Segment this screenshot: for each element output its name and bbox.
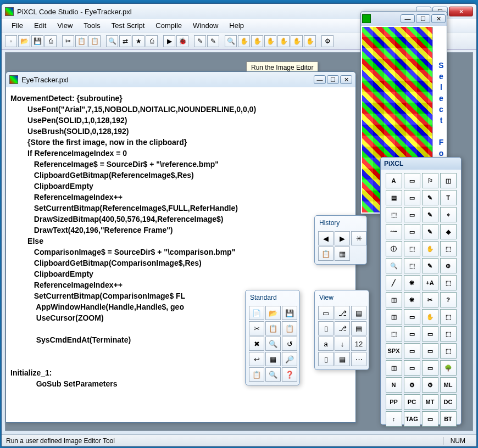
palette-btn-42[interactable]: ▭: [422, 343, 438, 359]
palette-btn-5[interactable]: ▭: [404, 190, 420, 205]
tb-hand3-icon[interactable]: ✋: [264, 35, 276, 47]
history-star-button[interactable]: ✳: [351, 231, 366, 245]
view-btn-4[interactable]: ⎇: [335, 321, 350, 335]
palette-btn-26[interactable]: +A: [422, 275, 438, 290]
view-btn-11[interactable]: ⋯: [351, 352, 366, 366]
palette-btn-49[interactable]: ⚙: [404, 377, 420, 393]
palette-btn-36[interactable]: ⬚: [386, 326, 402, 341]
tb-hand4-icon[interactable]: ✋: [277, 35, 290, 47]
standard-btn-4[interactable]: 📋: [265, 321, 281, 335]
palette-btn-15[interactable]: ◆: [440, 224, 457, 239]
code-maximize-button[interactable]: [327, 75, 339, 84]
history-back-button[interactable]: ◀: [318, 231, 334, 245]
palette-btn-40[interactable]: SPX: [386, 343, 402, 359]
pixcl-close-button[interactable]: ✕: [431, 14, 446, 23]
palette-btn-43[interactable]: ⬚: [440, 343, 457, 359]
standard-btn-0[interactable]: 📄: [249, 306, 264, 320]
palette-btn-59[interactable]: BT: [440, 411, 457, 427]
standard-btn-9[interactable]: ↩: [249, 352, 264, 366]
code-minimize-button[interactable]: [314, 75, 326, 84]
palette-btn-46[interactable]: ▭: [422, 360, 438, 376]
palette-btn-8[interactable]: ⬚: [386, 207, 402, 222]
view-btn-9[interactable]: ▯: [318, 352, 334, 366]
tb-run-icon[interactable]: ▶: [163, 35, 175, 47]
palette-btn-32[interactable]: ◫: [386, 309, 402, 324]
palette-btn-50[interactable]: ⚙: [422, 377, 438, 393]
tb-bookmark-icon[interactable]: ★: [132, 35, 144, 47]
palette-btn-4[interactable]: ▤: [386, 190, 402, 205]
tb-zoom-icon[interactable]: 🔍: [225, 35, 237, 47]
tb-imgedit2-icon[interactable]: ✎: [207, 35, 219, 47]
palette-btn-0[interactable]: A: [386, 173, 402, 188]
palette-btn-38[interactable]: ▭: [422, 326, 438, 341]
palette-btn-56[interactable]: ↕: [386, 411, 402, 427]
palette-btn-22[interactable]: ✎: [422, 258, 438, 273]
palette-btn-12[interactable]: 〰: [386, 224, 402, 239]
standard-btn-2[interactable]: 💾: [282, 306, 297, 320]
palette-btn-37[interactable]: ▭: [404, 326, 420, 341]
view-btn-2[interactable]: ▤: [351, 306, 366, 320]
code-editor[interactable]: MovementDetect: {subroutine} UseFont("Ar…: [6, 87, 355, 422]
menu-test-script[interactable]: Test Script: [106, 20, 151, 31]
standard-btn-5[interactable]: 📋: [282, 321, 297, 335]
view-panel[interactable]: View ▭⎇▤▯⎇▤a↓12▯▤⋯: [314, 290, 369, 370]
palette-btn-7[interactable]: T: [440, 190, 457, 205]
palette-btn-21[interactable]: ⬚: [404, 258, 420, 273]
tb-hand1-icon[interactable]: ✋: [238, 35, 250, 47]
standard-btn-8[interactable]: ↺: [282, 337, 297, 351]
view-btn-7[interactable]: ↓: [335, 337, 350, 351]
standard-btn-3[interactable]: ✂: [249, 321, 264, 335]
pixcl-palette[interactable]: PiXCL A▭⚐◫▤▭✎T⬚▭✎⌖〰▭✎◆ⓘ⬚✋⬚🔍⬚✎⊕╱❋+A⬚◫❋✂?◫…: [380, 157, 462, 425]
tb-new-icon[interactable]: ▫: [5, 35, 17, 47]
standard-btn-10[interactable]: ▦: [265, 352, 281, 366]
menu-edit[interactable]: Edit: [29, 20, 52, 31]
view-btn-1[interactable]: ⎇: [335, 306, 350, 320]
standard-btn-12[interactable]: 📋: [249, 367, 264, 382]
history-fwd-button[interactable]: ▶: [335, 231, 350, 245]
view-btn-10[interactable]: ▤: [335, 352, 350, 366]
menu-window[interactable]: Window: [187, 20, 224, 31]
palette-btn-23[interactable]: ⊕: [440, 258, 457, 273]
palette-btn-3[interactable]: ◫: [440, 173, 457, 188]
palette-btn-2[interactable]: ⚐: [422, 173, 438, 188]
history-panel[interactable]: History ◀ ▶ ✳ 📋 ▦: [314, 215, 367, 265]
pixcl-maximize-button[interactable]: [416, 14, 430, 23]
palette-btn-39[interactable]: ⬚: [440, 326, 457, 341]
tb-hand2-icon[interactable]: ✋: [251, 35, 263, 47]
code-titlebar[interactable]: EyeTracker.pxl ✕: [6, 72, 355, 87]
palette-btn-14[interactable]: ✎: [422, 224, 438, 239]
standard-panel[interactable]: Standard 📄📂💾✂📋📋✖🔍↺↩▦🔎📋🔍❓: [245, 290, 300, 385]
view-btn-6[interactable]: a: [318, 337, 334, 351]
tb-find-icon[interactable]: 🔍: [106, 35, 118, 47]
palette-btn-41[interactable]: ▭: [404, 343, 420, 359]
tb-copy-icon[interactable]: 📋: [75, 35, 87, 47]
palette-btn-28[interactable]: ◫: [386, 292, 402, 307]
menu-file[interactable]: File: [6, 20, 29, 31]
palette-btn-35[interactable]: ⬚: [440, 309, 457, 324]
standard-btn-6[interactable]: ✖: [249, 337, 264, 351]
standard-btn-1[interactable]: 📂: [265, 306, 281, 320]
tb-settings-icon[interactable]: ⚙: [321, 35, 334, 47]
palette-btn-11[interactable]: ⌖: [440, 207, 457, 222]
palette-btn-20[interactable]: 🔍: [386, 258, 402, 273]
menu-help[interactable]: Help: [224, 20, 249, 31]
history-grid-button[interactable]: ▦: [335, 247, 350, 261]
standard-btn-7[interactable]: 🔍: [265, 337, 281, 351]
palette-btn-16[interactable]: ⓘ: [386, 241, 402, 256]
palette-btn-29[interactable]: ❋: [404, 292, 420, 307]
palette-btn-1[interactable]: ▭: [404, 173, 420, 188]
tb-open-icon[interactable]: 📂: [18, 35, 30, 47]
menu-compile[interactable]: Compile: [150, 20, 187, 31]
view-btn-8[interactable]: 12: [351, 337, 366, 351]
palette-btn-13[interactable]: ▭: [404, 224, 420, 239]
palette-btn-34[interactable]: ✋: [422, 309, 438, 324]
menu-tools[interactable]: Tools: [78, 20, 105, 31]
palette-btn-55[interactable]: DC: [440, 394, 457, 410]
tb-saveall-icon[interactable]: ⎙: [45, 35, 57, 47]
palette-btn-54[interactable]: MT: [422, 394, 438, 410]
palette-btn-30[interactable]: ✂: [422, 292, 438, 307]
menu-view[interactable]: View: [52, 20, 78, 31]
tb-save-icon[interactable]: 💾: [31, 35, 43, 47]
palette-btn-27[interactable]: ⬚: [440, 275, 457, 290]
palette-btn-6[interactable]: ✎: [422, 190, 438, 205]
